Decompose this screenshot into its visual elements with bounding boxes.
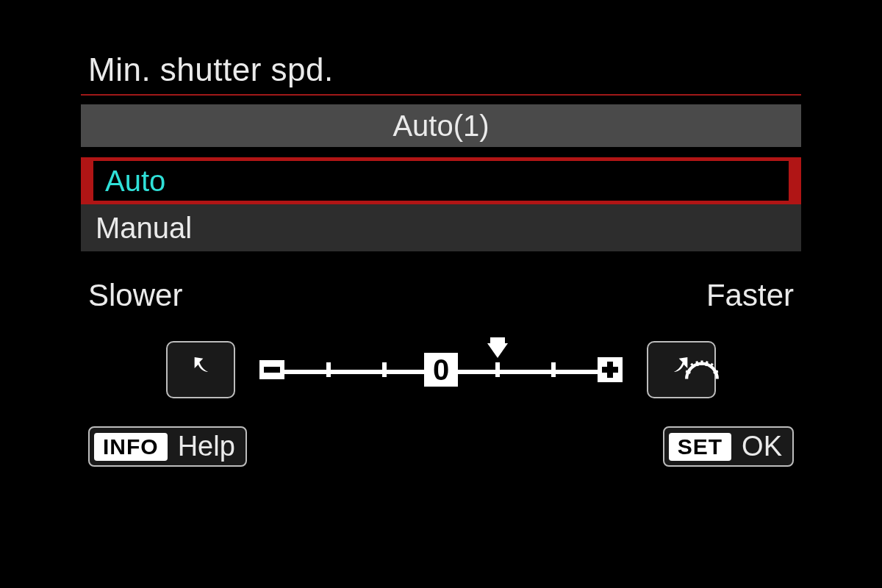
current-value-text: Auto(1) bbox=[392, 110, 489, 143]
undo-arrow-button[interactable] bbox=[166, 341, 235, 398]
svg-line-5 bbox=[697, 362, 698, 366]
svg-line-4 bbox=[714, 371, 718, 373]
slider-tick bbox=[551, 362, 556, 377]
title-divider bbox=[81, 94, 801, 96]
range-faster-label: Faster bbox=[706, 278, 794, 313]
slider-zero-icon: 0 bbox=[424, 353, 458, 387]
svg-line-3 bbox=[686, 371, 690, 373]
help-label: Help bbox=[178, 431, 235, 462]
slider-tick bbox=[382, 362, 387, 377]
ok-label: OK bbox=[742, 431, 782, 462]
slider-row: 0 bbox=[81, 341, 801, 398]
set-ok-button[interactable]: SET OK bbox=[663, 426, 794, 467]
undo-arrow-icon bbox=[186, 354, 215, 386]
option-auto[interactable]: Auto bbox=[81, 157, 801, 204]
slider-tick bbox=[326, 362, 331, 377]
slider-tick bbox=[495, 362, 500, 377]
slider-minus-icon bbox=[259, 360, 284, 379]
info-badge: INFO bbox=[94, 433, 168, 461]
option-manual[interactable]: Manual bbox=[81, 204, 801, 251]
svg-line-6 bbox=[706, 362, 707, 366]
range-labels: Slower Faster bbox=[81, 278, 801, 313]
speed-slider[interactable]: 0 bbox=[257, 348, 625, 392]
set-badge: SET bbox=[669, 433, 731, 461]
slider-pointer-arrow bbox=[487, 343, 508, 358]
slider-plus-icon bbox=[598, 357, 623, 382]
option-manual-label: Manual bbox=[96, 212, 192, 245]
range-slower-label: Slower bbox=[88, 278, 182, 313]
option-auto-label: Auto bbox=[105, 165, 165, 198]
info-help-button[interactable]: INFO Help bbox=[88, 426, 247, 467]
current-value-bar: Auto(1) bbox=[81, 104, 801, 147]
camera-menu-screen: Min. shutter spd. Auto(1) Auto Manual Sl… bbox=[0, 0, 882, 588]
page-title: Min. shutter spd. bbox=[81, 51, 801, 88]
footer-bar: INFO Help SET OK bbox=[81, 426, 801, 467]
mode-options: Auto Manual bbox=[81, 157, 801, 251]
dial-icon bbox=[684, 351, 720, 388]
